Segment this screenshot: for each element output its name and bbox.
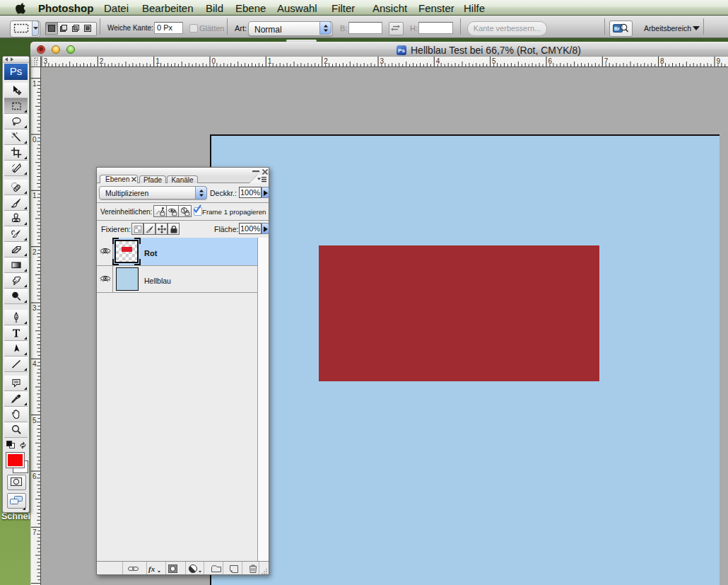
svg-text:4: 4 — [33, 360, 37, 368]
svg-text:fx: fx — [148, 564, 155, 573]
svg-text:1: 1 — [268, 57, 272, 65]
svg-text:2: 2 — [324, 57, 328, 65]
svg-text:4: 4 — [436, 57, 440, 65]
svg-text:0: 0 — [212, 57, 216, 65]
svg-text:6: 6 — [548, 57, 553, 65]
svg-text:Br: Br — [614, 26, 620, 31]
svg-text:7: 7 — [33, 528, 37, 536]
svg-text:3: 3 — [33, 304, 37, 312]
svg-text:1: 1 — [155, 57, 160, 65]
svg-text:5: 5 — [33, 417, 37, 424]
svg-text:6: 6 — [33, 473, 37, 480]
svg-text:7: 7 — [604, 57, 609, 65]
svg-text:1: 1 — [33, 80, 37, 88]
svg-text:2: 2 — [33, 248, 37, 256]
svg-text:3: 3 — [380, 57, 384, 65]
svg-text:0: 0 — [33, 136, 37, 144]
svg-text:2: 2 — [100, 57, 104, 65]
svg-text:9: 9 — [717, 57, 721, 65]
svg-text:5: 5 — [492, 57, 496, 65]
svg-text:1: 1 — [33, 192, 37, 199]
svg-text:8: 8 — [660, 57, 664, 65]
svg-text:3: 3 — [44, 57, 48, 65]
